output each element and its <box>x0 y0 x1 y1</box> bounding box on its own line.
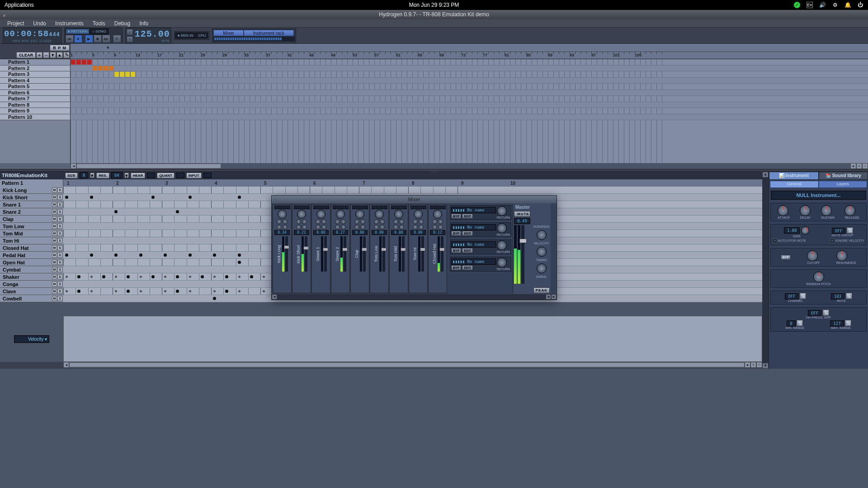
scroll-thumb[interactable] <box>76 164 221 169</box>
pattern-list-item[interactable]: Pattern 2 <box>0 66 70 72</box>
loop-button[interactable]: ↻ <box>113 35 121 43</box>
mixer-titlebar[interactable]: × Mixer <box>272 196 557 203</box>
swing-knob[interactable] <box>537 263 547 273</box>
velocity-editor[interactable] <box>63 316 762 362</box>
notifications-icon[interactable]: 🔔 <box>844 2 851 8</box>
ch-mute[interactable] <box>380 206 383 209</box>
note[interactable] <box>225 290 228 293</box>
ch-fader[interactable] <box>305 236 307 272</box>
update-icon[interactable]: ✓ <box>794 2 800 8</box>
instrument-row[interactable]: ClaveMS <box>0 288 63 295</box>
filter-bypass[interactable]: BYP <box>781 255 791 260</box>
pattern-list-item[interactable]: Pattern 9 <box>0 108 70 114</box>
move-down-button[interactable]: ▾ <box>50 52 56 58</box>
note[interactable] <box>189 253 192 257</box>
instrument-row[interactable]: Tom LowMS <box>0 223 63 230</box>
language-indicator[interactable]: En <box>807 2 813 8</box>
solo-btn[interactable]: S <box>57 231 62 236</box>
draw-mode-button[interactable]: ✎ <box>63 52 70 58</box>
size-spinner[interactable]: ▾ <box>90 173 94 178</box>
channel-value[interactable]: OFF <box>785 293 798 300</box>
pat-scroll-thumb[interactable] <box>69 362 745 367</box>
humanize-velocity-knob[interactable] <box>537 230 547 240</box>
fx4-send[interactable] <box>283 225 288 230</box>
note[interactable] <box>90 196 93 199</box>
note[interactable] <box>65 196 68 199</box>
tab-instrument[interactable]: 📊 Instrument <box>769 172 819 180</box>
instrument-row[interactable]: Open HatMS <box>0 259 63 266</box>
song-hscrollbar[interactable]: ◂ ▸ + − <box>0 163 868 169</box>
menu-tools[interactable]: Tools <box>89 19 109 28</box>
scroll-right-button[interactable]: ▸ <box>850 163 856 169</box>
solo-btn[interactable]: S <box>57 282 62 286</box>
fx3-send[interactable] <box>413 225 418 230</box>
solo-btn[interactable]: S <box>57 224 62 229</box>
fx3-send[interactable] <box>393 225 398 230</box>
note[interactable] <box>164 253 167 257</box>
volume-icon[interactable]: 🔊 <box>819 2 826 8</box>
fx1-send[interactable] <box>432 219 437 224</box>
fx-return-knob[interactable] <box>497 258 507 267</box>
mute-btn[interactable]: M <box>52 296 57 301</box>
fx3-send[interactable] <box>432 225 437 230</box>
note[interactable] <box>189 196 192 199</box>
pan-knob[interactable] <box>336 210 345 219</box>
pan-knob[interactable] <box>394 210 403 219</box>
ch-mute[interactable] <box>419 206 422 209</box>
power-icon[interactable]: ⏻ <box>857 2 863 8</box>
mutegroup-spinner[interactable]: ⇅ <box>847 227 853 234</box>
ch-prev[interactable] <box>356 206 360 209</box>
instrument-row[interactable]: Closed HatMS <box>0 244 63 252</box>
ch-solo[interactable] <box>403 206 407 209</box>
fx3-send[interactable] <box>335 225 340 230</box>
ch-fader[interactable] <box>382 236 385 272</box>
minrange-value[interactable]: 0 <box>787 320 795 327</box>
ch-mute[interactable] <box>360 206 364 209</box>
solo-btn[interactable]: S <box>57 216 62 221</box>
forward-button[interactable]: ⏭ <box>102 35 110 43</box>
solo-btn[interactable]: S <box>57 289 62 294</box>
auto-stop-checkbox[interactable]: × <box>773 239 777 243</box>
ch-mute[interactable] <box>399 206 403 209</box>
ch-prev[interactable] <box>298 206 302 209</box>
note[interactable] <box>176 290 179 293</box>
ch-prev[interactable] <box>395 206 399 209</box>
ch-solo[interactable] <box>364 206 368 209</box>
note-spinner[interactable]: ⇅ <box>846 293 852 299</box>
ch-solo[interactable] <box>442 206 446 209</box>
ch-play[interactable] <box>391 206 395 209</box>
instrument-row[interactable]: Tom HiMS <box>0 237 63 244</box>
instrument-row[interactable]: CongaMS <box>0 281 63 288</box>
ch-fader[interactable] <box>421 236 424 272</box>
solo-btn[interactable]: S <box>57 209 62 214</box>
instrument-row[interactable]: Kick ShortMS <box>0 194 63 201</box>
instrument-row[interactable]: CowbellMS <box>0 295 63 302</box>
note[interactable] <box>250 275 253 278</box>
move-up-button[interactable]: ▴ <box>57 52 63 58</box>
instrument-row[interactable]: ShakerMS <box>0 273 63 281</box>
ch-play[interactable] <box>430 206 434 209</box>
network-icon[interactable]: ⚙ <box>832 2 838 8</box>
res-value[interactable]: 64 <box>111 172 123 178</box>
subtab-layers[interactable]: Layers <box>819 181 868 188</box>
fx4-send[interactable] <box>321 225 326 230</box>
instrument-row[interactable]: Tom MidMS <box>0 230 63 237</box>
pattern-list-item[interactable]: Pattern 3 <box>0 71 70 78</box>
quant-toggle[interactable] <box>176 173 184 178</box>
system-clock[interactable]: Mon Jun 29 9:23 PM <box>409 2 459 8</box>
fx1-send[interactable] <box>296 219 301 224</box>
solo-btn[interactable]: S <box>57 188 62 192</box>
metronome-button[interactable]: ♪ <box>127 29 133 35</box>
release-knob[interactable] <box>844 205 855 216</box>
ch-play[interactable] <box>274 206 278 209</box>
note[interactable] <box>114 210 118 213</box>
mixer-nav-left[interactable]: ◂ <box>272 294 277 300</box>
gain-knob[interactable] <box>801 226 809 235</box>
instrument-row[interactable]: Kick LongMS <box>0 187 63 194</box>
fx-name[interactable]: ▮▮▮▮▮ No name <box>451 207 496 213</box>
mute-btn[interactable]: M <box>52 209 57 214</box>
instrument-row[interactable]: Snare 1MS <box>0 201 63 208</box>
bpm-display[interactable]: 125.00 <box>135 29 170 39</box>
note[interactable] <box>77 290 80 293</box>
ch-solo[interactable] <box>306 206 310 209</box>
